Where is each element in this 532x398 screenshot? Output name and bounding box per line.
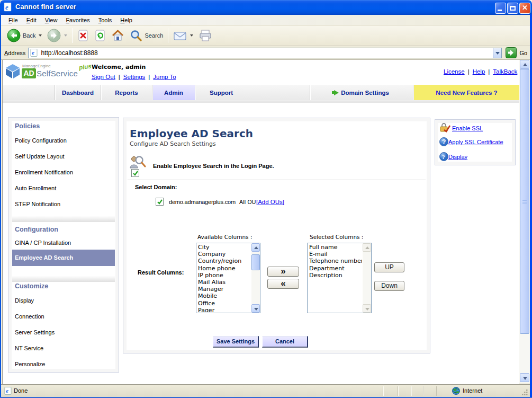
mail-button[interactable] bbox=[170, 27, 196, 44]
menu-view[interactable]: View bbox=[41, 15, 62, 25]
nav-tabs: Dashboard Reports Admin Support Domain S… bbox=[3, 85, 519, 100]
minimize-button[interactable] bbox=[495, 3, 506, 14]
sidebar-item-personalize[interactable]: Personalize bbox=[15, 361, 45, 367]
window-scrollbar[interactable] bbox=[519, 60, 530, 383]
list-option[interactable]: City bbox=[198, 244, 251, 251]
list-option[interactable]: Telephone number bbox=[309, 258, 362, 264]
talkback-link[interactable]: TalkBack bbox=[493, 68, 517, 75]
list-option[interactable]: Country/region bbox=[198, 258, 251, 264]
forward-button[interactable] bbox=[44, 27, 70, 44]
sidebar-item-employee-ad-search[interactable]: Employee AD Search bbox=[12, 250, 115, 266]
help-link[interactable]: Help bbox=[473, 68, 485, 75]
list-option[interactable]: Full name bbox=[309, 244, 362, 251]
sidebar-section-configuration: Configuration bbox=[15, 226, 58, 233]
go-label[interactable]: Go bbox=[519, 50, 527, 56]
print-button[interactable] bbox=[196, 27, 215, 44]
home-button[interactable] bbox=[109, 27, 127, 44]
sidebar-item-display[interactable]: Display bbox=[15, 297, 34, 304]
sign-out-link[interactable]: Sign Out bbox=[92, 74, 115, 80]
search-button[interactable]: Search bbox=[127, 27, 166, 44]
close-button[interactable]: ✕ bbox=[519, 3, 530, 14]
sidebar-item-self-update-layout[interactable]: Self Update Layout bbox=[15, 153, 65, 160]
list-option[interactable]: Office bbox=[198, 300, 251, 307]
back-dropdown-arrow[interactable] bbox=[39, 34, 42, 37]
listbox-scrollbar[interactable] bbox=[251, 243, 260, 313]
jump-to-link[interactable]: Jump To bbox=[153, 74, 176, 80]
stop-button[interactable] bbox=[75, 27, 92, 44]
sidebar-item-policy-configuration[interactable]: Policy Configuration bbox=[15, 137, 67, 144]
list-option[interactable]: Mail Alias bbox=[198, 279, 251, 286]
menu-favorites[interactable]: Favorites bbox=[61, 15, 94, 25]
svg-text:e: e bbox=[5, 3, 8, 11]
tab-dashboard[interactable]: Dashboard bbox=[55, 85, 101, 100]
tab-admin[interactable]: Admin bbox=[152, 85, 195, 100]
refresh-button[interactable] bbox=[92, 27, 109, 44]
sidebar: Policies Policy Configuration Self Updat… bbox=[8, 117, 119, 373]
license-link[interactable]: License bbox=[444, 68, 465, 75]
apply-ssl-certificate-link[interactable]: Apply SSL Certificate bbox=[448, 139, 503, 145]
tab-reports[interactable]: Reports bbox=[101, 85, 152, 100]
scrollbar-up-icon[interactable] bbox=[520, 60, 529, 69]
window-border-left bbox=[0, 14, 1, 397]
tab-support[interactable]: Support bbox=[195, 85, 310, 100]
sidebar-item-auto-enrollment[interactable]: Auto Enrollment bbox=[15, 185, 56, 191]
scrollbar-down-icon[interactable] bbox=[520, 373, 529, 382]
address-input[interactable]: e http://localhost:8888 bbox=[28, 48, 502, 58]
list-option[interactable]: Department bbox=[309, 265, 362, 272]
list-option[interactable]: Home phone bbox=[198, 265, 251, 272]
svg-text:?: ? bbox=[442, 154, 445, 160]
save-settings-button[interactable]: Save Settings bbox=[213, 336, 259, 348]
scroll-up-icon[interactable] bbox=[251, 243, 260, 252]
menu-help[interactable]: Help bbox=[116, 15, 137, 25]
add-columns-button[interactable]: » bbox=[267, 267, 299, 277]
page-subtitle: Configure AD Search Settings bbox=[130, 140, 216, 147]
scrollbar-thumb[interactable] bbox=[520, 69, 529, 334]
selected-columns-listbox[interactable]: Full name E-mail Telephone number Depart… bbox=[307, 243, 372, 313]
list-option[interactable]: Company bbox=[198, 251, 251, 258]
sidebar-item-gina-cp-installation[interactable]: GINA / CP Installation bbox=[15, 240, 71, 246]
display-link[interactable]: Display bbox=[448, 154, 467, 160]
sidebar-item-step-notification[interactable]: STEP Notification bbox=[15, 201, 60, 207]
menu-file[interactable]: File bbox=[4, 15, 22, 25]
tab-need-new-features[interactable]: Need New Features ? bbox=[413, 85, 519, 100]
list-option[interactable]: Description bbox=[309, 272, 362, 279]
scroll-up-icon bbox=[363, 243, 371, 252]
available-columns-listbox[interactable]: City Company Country/region Home phone I… bbox=[196, 243, 260, 313]
top-links: License| Help| TalkBack bbox=[444, 68, 517, 75]
status-bar: e Done Internet bbox=[1, 384, 530, 397]
sidebar-item-server-settings[interactable]: Server Settings bbox=[15, 329, 55, 335]
list-option[interactable]: Pager bbox=[198, 307, 251, 312]
search-icon bbox=[130, 29, 142, 42]
list-option[interactable]: Mobile bbox=[198, 293, 251, 299]
enable-ssl-link[interactable]: Enable SSL bbox=[452, 125, 483, 131]
resize-grip[interactable] bbox=[521, 388, 528, 396]
tab-domain-settings[interactable]: Domain Settings bbox=[310, 85, 413, 100]
scroll-down-icon[interactable] bbox=[251, 304, 260, 313]
menu-edit[interactable]: Edit bbox=[22, 15, 41, 25]
settings-link[interactable]: Settings bbox=[123, 74, 146, 80]
maximize-button[interactable] bbox=[507, 3, 518, 14]
enable-search-checkbox[interactable] bbox=[131, 169, 139, 177]
go-icon[interactable] bbox=[506, 47, 517, 58]
list-option[interactable]: IP phone bbox=[198, 272, 251, 279]
back-button[interactable]: Back bbox=[4, 27, 44, 44]
remove-columns-button[interactable]: « bbox=[267, 279, 299, 289]
domain-checkbox[interactable] bbox=[156, 198, 164, 206]
sidebar-item-connection[interactable]: Connection bbox=[15, 313, 44, 320]
sidebar-item-enrollment-notification[interactable]: Enrollment Notification bbox=[15, 169, 73, 175]
add-ous-link[interactable]: [Add OUs] bbox=[256, 199, 284, 205]
list-option[interactable]: Manager bbox=[198, 286, 251, 293]
sidebar-separator2 bbox=[12, 276, 115, 282]
scroll-thumb[interactable] bbox=[251, 254, 260, 270]
sidebar-item-nt-service[interactable]: NT Service bbox=[15, 345, 43, 351]
list-option[interactable]: E-mail bbox=[309, 251, 362, 258]
address-dropdown[interactable] bbox=[493, 48, 501, 58]
cancel-button[interactable]: Cancel bbox=[262, 336, 308, 348]
down-button[interactable]: Down bbox=[374, 281, 404, 291]
browser-window: e Cannot find server ✕ File Edit View Fa… bbox=[0, 0, 532, 398]
up-button[interactable]: UP bbox=[374, 262, 404, 272]
mail-dropdown-arrow[interactable] bbox=[190, 34, 193, 37]
address-url[interactable]: http://localhost:8888 bbox=[41, 49, 97, 57]
status-separator bbox=[436, 386, 437, 396]
menu-tools[interactable]: Tools bbox=[94, 15, 116, 25]
